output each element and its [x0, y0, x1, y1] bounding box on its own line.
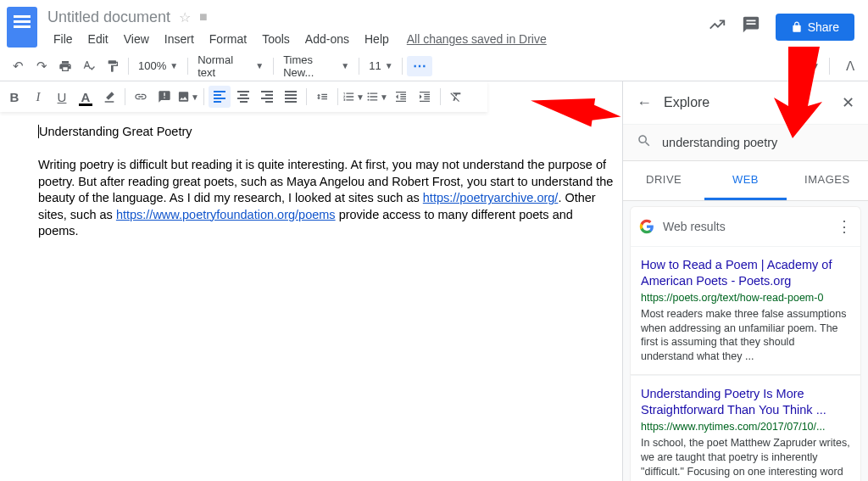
italic-button[interactable]: I [27, 86, 49, 108]
align-left-button[interactable] [209, 86, 231, 108]
align-center-button[interactable] [232, 86, 254, 108]
bold-button[interactable]: B [3, 86, 25, 108]
doc-link-1[interactable]: https://poetryarchive.org/ [423, 191, 559, 204]
result-snippet: Most readers make three false assumption… [641, 307, 850, 365]
search-icon [637, 133, 652, 152]
document-title[interactable]: Untitled document [47, 8, 170, 26]
annotation-arrow-2 [767, 47, 835, 140]
font-dropdown[interactable]: Times New...▼ [278, 52, 354, 81]
comments-icon[interactable] [742, 15, 760, 39]
result-title[interactable]: Understanding Poetry Is More Straightfor… [641, 386, 850, 418]
numbered-list-button[interactable]: ▼ [342, 86, 364, 108]
tab-web[interactable]: WEB [704, 161, 786, 200]
trending-icon[interactable] [708, 15, 726, 39]
clear-format-button[interactable] [445, 86, 467, 108]
star-icon[interactable]: ☆ [179, 9, 191, 25]
explore-panel: ← Explore ✕ DRIVE WEB IMAGES Web results… [622, 81, 868, 481]
menu-help[interactable]: Help [359, 29, 395, 49]
explore-results: Web results ⋮ How to Read a Poem | Acade… [623, 201, 868, 481]
tab-images[interactable]: IMAGES [787, 161, 868, 200]
image-button[interactable]: ▼ [177, 86, 199, 108]
zoom-dropdown[interactable]: 100%▼ [133, 58, 183, 74]
document-area[interactable]: B I U A ▼ [0, 81, 622, 481]
align-justify-button[interactable] [280, 86, 302, 108]
menu-insert[interactable]: Insert [159, 29, 200, 49]
doc-paragraph: Writing poetry is difficult but reading … [38, 157, 615, 240]
search-result[interactable]: Understanding Poetry Is More Straightfor… [630, 375, 861, 481]
menu-bar: File Edit View Insert Format Tools Add-o… [47, 29, 708, 49]
search-result[interactable]: How to Read a Poem | Academy of American… [630, 246, 861, 375]
text-color-button[interactable]: A [75, 86, 97, 108]
decrease-indent-button[interactable] [390, 86, 412, 108]
share-label: Share [808, 20, 839, 34]
toolbar-primary: ↶ ↷ 100%▼ Normal text▼ Times New...▼ 11▼… [0, 51, 868, 81]
print-button[interactable] [54, 55, 76, 77]
results-more-icon[interactable]: ⋮ [837, 217, 852, 236]
google-icon [639, 219, 654, 234]
result-url: https://www.nytimes.com/2017/07/10/... [641, 421, 850, 433]
doc-link-2[interactable]: https://www.poetryfoundation.org/poems [116, 208, 336, 221]
toolbar-secondary: B I U A ▼ [0, 81, 487, 112]
move-folder-icon[interactable]: ■ [199, 9, 208, 25]
link-button[interactable] [130, 86, 152, 108]
result-snippet: In school, the poet Matthew Zapruder wri… [641, 436, 850, 481]
annotation-arrow-1 [530, 96, 623, 138]
bullet-list-button[interactable]: ▼ [366, 86, 388, 108]
undo-button[interactable]: ↶ [7, 55, 29, 77]
font-size-dropdown[interactable]: 11▼ [364, 58, 398, 74]
menu-view[interactable]: View [118, 29, 155, 49]
document-page[interactable]: Understanding Great Poetry Writing poetr… [38, 124, 615, 240]
results-header-label: Web results [663, 220, 828, 233]
svg-marker-1 [774, 47, 822, 138]
menu-tools[interactable]: Tools [256, 29, 296, 49]
share-button[interactable]: Share [776, 14, 854, 41]
main-container: B I U A ▼ [0, 81, 868, 481]
comment-button[interactable] [153, 86, 175, 108]
save-status[interactable]: All changes saved in Drive [407, 32, 547, 46]
underline-button[interactable]: U [51, 86, 73, 108]
align-right-button[interactable] [256, 86, 278, 108]
more-toolbar-button[interactable]: ⋯ [407, 56, 432, 76]
menu-edit[interactable]: Edit [82, 29, 114, 49]
tab-drive[interactable]: DRIVE [623, 161, 704, 200]
svg-marker-0 [530, 96, 623, 131]
menu-format[interactable]: Format [203, 29, 253, 49]
title-area: Untitled document ☆ ■ File Edit View Ins… [47, 7, 708, 49]
back-icon[interactable]: ← [637, 94, 652, 112]
header: Untitled document ☆ ■ File Edit View Ins… [0, 0, 868, 51]
style-dropdown[interactable]: Normal text▼ [192, 52, 269, 81]
menu-addons[interactable]: Add-ons [299, 29, 355, 49]
increase-indent-button[interactable] [414, 86, 436, 108]
redo-button[interactable]: ↷ [31, 55, 53, 77]
spellcheck-button[interactable] [78, 55, 100, 77]
doc-heading: Understanding Great Poetry [39, 125, 192, 138]
result-url: https://poets.org/text/how-read-poem-0 [641, 292, 850, 304]
explore-tabs: DRIVE WEB IMAGES [623, 161, 868, 201]
menu-file[interactable]: File [47, 29, 79, 49]
docs-logo-icon[interactable] [7, 7, 37, 48]
paint-format-button[interactable] [102, 55, 124, 77]
close-icon[interactable]: ✕ [842, 93, 854, 112]
line-spacing-button[interactable] [311, 86, 333, 108]
highlight-button[interactable] [98, 86, 120, 108]
collapse-toolbar-button[interactable]: ᐱ [839, 55, 861, 77]
result-title[interactable]: How to Read a Poem | Academy of American… [641, 257, 850, 289]
